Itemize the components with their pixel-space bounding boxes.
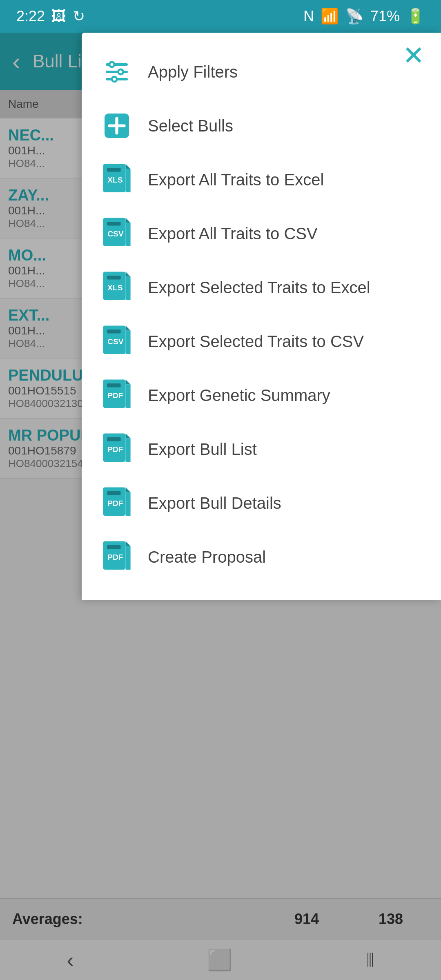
svg-marker-10 [126,164,131,169]
svg-point-3 [109,62,114,67]
xls-icon: XLS [102,165,131,194]
pdf-bulldetails-icon: PDF [102,488,131,518]
csv-selected-icon: CSV [102,327,131,356]
svg-point-4 [118,69,123,74]
svg-rect-46 [126,546,131,570]
svg-point-5 [112,77,117,82]
svg-rect-27 [107,330,121,334]
menu-item-label: Create Proposal [148,548,266,566]
menu-item-export-selected-excel[interactable]: XLS Export Selected Traits to Excel [82,261,441,314]
menu-close-button[interactable]: ✕ [403,42,425,69]
status-time: 2:22 [16,8,45,25]
svg-text:XLS: XLS [107,283,123,292]
svg-rect-21 [126,277,131,301]
svg-text:PDF: PDF [107,445,123,454]
svg-marker-20 [126,272,131,277]
svg-rect-32 [107,383,121,388]
menu-item-label: Export Selected Traits to Excel [148,278,370,297]
menu-panel: ✕ Apply Filters Select Bulls [82,33,441,600]
menu-item-export-bull-details[interactable]: PDF Export Bull Details [82,476,441,530]
status-charging-icon: 🔋 [406,8,425,25]
svg-rect-42 [107,491,121,495]
menu-item-label: Export Selected Traits to CSV [148,332,364,351]
status-photo-icon: 🖼 [51,8,66,25]
svg-rect-47 [107,545,121,549]
menu-item-label: Export All Traits to CSV [148,225,318,243]
status-bar-right: N 📶 📡 71% 🔋 [303,8,425,25]
status-signal-icon: 📡 [345,8,364,25]
menu-item-apply-filters[interactable]: Apply Filters [82,45,441,99]
menu-item-label: Select Bulls [148,117,233,135]
menu-item-export-bull-list[interactable]: PDF Export Bull List [82,422,441,476]
svg-text:PDF: PDF [107,391,123,400]
svg-rect-17 [107,222,121,226]
svg-marker-45 [126,541,131,546]
svg-text:CSV: CSV [107,337,124,346]
pdf-genetic-icon: PDF [102,381,131,410]
svg-text:XLS: XLS [107,176,123,184]
menu-item-label: Export All Traits to Excel [148,171,324,189]
pdf-bulllist-icon: PDF [102,434,131,464]
svg-text:CSV: CSV [107,229,124,238]
svg-rect-36 [126,439,131,462]
menu-item-create-proposal[interactable]: PDF Create Proposal [82,530,441,584]
svg-rect-16 [126,223,131,247]
svg-rect-26 [126,331,131,354]
menu-item-select-bulls[interactable]: Select Bulls [82,99,441,153]
pdf-proposal-icon: PDF [102,542,131,572]
csv-icon: CSV [102,219,131,248]
svg-marker-35 [126,434,131,439]
status-bar: 2:22 🖼 ↻ N 📶 📡 71% 🔋 [0,0,441,33]
svg-rect-41 [126,492,131,516]
status-nfc-icon: N [303,8,314,25]
svg-text:PDF: PDF [107,553,123,561]
status-bar-left: 2:22 🖼 ↻ [16,8,85,25]
menu-item-export-selected-csv[interactable]: CSV Export Selected Traits to CSV [82,314,441,368]
menu-item-export-genetic-summary[interactable]: PDF Export Genetic Summary [82,368,441,422]
menu-item-label: Export Genetic Summary [148,386,330,405]
svg-marker-15 [126,218,131,223]
menu-item-label: Export Bull List [148,440,257,459]
menu-item-export-all-excel[interactable]: XLS Export All Traits to Excel [82,153,441,207]
menu-item-label: Apply Filters [148,63,238,81]
menu-item-export-all-csv[interactable]: CSV Export All Traits to CSV [82,207,441,261]
add-icon [102,111,131,140]
status-wifi-icon: 📶 [321,8,339,25]
svg-rect-37 [107,437,121,441]
filter-icon [102,57,131,87]
svg-rect-11 [126,169,131,193]
status-battery: 71% [370,8,400,25]
xls-selected-icon: XLS [102,273,131,302]
menu-item-label: Export Bull Details [148,494,281,512]
svg-marker-30 [126,380,131,385]
svg-rect-22 [107,276,121,280]
svg-marker-25 [126,326,131,331]
svg-marker-40 [126,488,131,492]
svg-rect-12 [107,168,121,172]
status-sync-icon: ↻ [73,8,85,25]
svg-text:PDF: PDF [107,499,123,508]
svg-rect-31 [126,385,131,408]
